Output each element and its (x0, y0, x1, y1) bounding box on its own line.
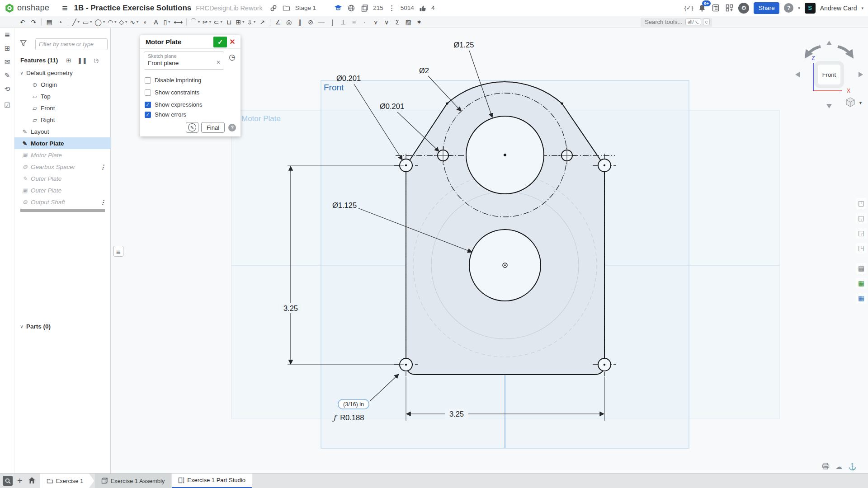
public-icon[interactable] (347, 4, 356, 13)
feature-item-right-plane[interactable]: Right (14, 114, 111, 126)
curvature-comb-tool[interactable]: ✶ (414, 17, 425, 27)
view-menu-cube-icon[interactable] (846, 98, 854, 107)
isolate-icon[interactable]: ◰ (856, 198, 867, 209)
feature-item-output-shaft[interactable]: Output Shaft ⋮ (14, 196, 111, 208)
printer-icon[interactable] (822, 463, 830, 471)
view-menu-caret-icon[interactable]: ▼ (859, 101, 863, 105)
parts-header[interactable]: ∨ Parts (0) (14, 323, 51, 330)
feature-item-outer-plate-sketch[interactable]: Outer Plate (14, 173, 111, 184)
configurations-icon[interactable]: ≣ (0, 28, 14, 42)
filter-icon[interactable] (20, 40, 27, 48)
dimension-tool[interactable]: ⟷ (172, 17, 184, 27)
checkbox-icon[interactable] (145, 77, 151, 84)
arc-tool[interactable]: ◠ (106, 17, 118, 27)
line-tool[interactable]: ╱ (71, 17, 81, 27)
trim-tool[interactable]: ✂ (201, 17, 212, 27)
help-icon[interactable]: ? (784, 3, 793, 13)
option-show-errors[interactable]: Show errors (145, 111, 186, 118)
view-cube-face-label[interactable]: Front (822, 71, 836, 78)
dialog-header[interactable]: Motor Plate ✓ ✕ (140, 35, 241, 49)
concentric-constraint[interactable]: ◎ (283, 17, 294, 27)
dimension-fillet[interactable]: ƒ R0.188 (332, 413, 364, 422)
tab-exercise-1[interactable]: Exercise 1 (40, 474, 94, 488)
history-icon[interactable]: ⟲ (0, 82, 14, 96)
measure-tool[interactable]: ↗ (257, 17, 268, 27)
sketch-plane-label[interactable]: Motor Plate (241, 114, 281, 123)
anchor-icon[interactable]: ⚓ (848, 463, 857, 471)
section-view-icon[interactable]: ◱ (856, 213, 867, 224)
suspend-icon[interactable]: ❚❚ (77, 57, 87, 64)
rectangle-tool[interactable]: ▭ (81, 17, 93, 27)
learning-icon[interactable] (334, 4, 343, 13)
thumbs-up-icon[interactable] (418, 4, 427, 13)
avatar[interactable]: S (805, 3, 816, 14)
dimension-bc-hole[interactable]: Ø0.201 (380, 102, 404, 110)
feature-item-front-plane[interactable]: Front (14, 102, 111, 114)
notes-icon[interactable]: ✎ (0, 69, 14, 82)
folder-icon[interactable] (282, 4, 291, 13)
user-menu-caret-icon[interactable]: ▾ (861, 6, 863, 10)
circle-tool[interactable]: ◯ (93, 17, 106, 27)
confirm-button[interactable]: ✓ (213, 37, 227, 47)
feature-item-default-geometry[interactable]: ∨ Default geometry (14, 67, 111, 79)
user-name[interactable]: Andrew Card (820, 5, 857, 12)
sketch-plane-field[interactable]: Sketch plane Front plane ✕ (144, 52, 224, 70)
vertex-point[interactable] (446, 102, 448, 104)
share-button[interactable]: Share (754, 2, 779, 14)
dimension-height[interactable]: 3.25 (283, 304, 298, 312)
feature-item-top-plane[interactable]: Top (14, 90, 111, 102)
checkbox-icon[interactable] (145, 102, 151, 108)
tab-search-button[interactable] (3, 476, 13, 486)
rotate-right-arrow[interactable] (859, 72, 863, 77)
add-folder-icon[interactable]: ⊞ (66, 57, 71, 64)
parallel-constraint[interactable]: ∥ (294, 17, 305, 27)
link-icon[interactable] (269, 4, 278, 13)
polygon-tool[interactable]: ◇ (118, 17, 128, 27)
home-tab-button[interactable] (28, 477, 36, 485)
insert-icon[interactable]: ⊞ (0, 42, 14, 55)
dimension-width[interactable]: 3.25 (449, 410, 464, 418)
sketch-mode-button[interactable]: ✎ (186, 122, 198, 133)
dimension-center-hole[interactable]: Ø1.125 (332, 201, 357, 209)
add-tab-button[interactable]: + (17, 476, 23, 486)
feature-list-popout-button[interactable]: ≣ (113, 246, 123, 257)
extrude-tool[interactable]: ◔ (55, 17, 66, 27)
tasks-icon[interactable] (711, 4, 720, 13)
pattern-tool[interactable]: ⊞ (235, 17, 246, 27)
tab-exercise-1-assembly[interactable]: Exercise 1 Assembly (95, 474, 171, 488)
option-show-expressions[interactable]: Show expressions (145, 101, 203, 108)
redo-button[interactable]: ↷ (28, 17, 39, 27)
feature-item-layout[interactable]: Layout (14, 126, 111, 137)
copies-icon[interactable] (360, 4, 369, 13)
display-states-icon[interactable]: ◳ (856, 243, 867, 253)
option-show-constraints[interactable]: Show constraints (145, 89, 199, 96)
cloud-icon[interactable]: ☁ (835, 463, 842, 471)
tool-search-input[interactable] (645, 19, 684, 25)
spline-tool[interactable]: ∿ (128, 17, 140, 27)
midpoint-constraint[interactable]: ∙ (359, 17, 370, 27)
feature-state-icon[interactable]: ◷ (229, 52, 236, 62)
feature-menu-icon[interactable]: ⋮ (100, 164, 105, 170)
fix-constraint[interactable]: ▨ (403, 17, 414, 27)
point-tool[interactable]: ∘ (140, 17, 151, 27)
equal-constraint[interactable]: = (349, 17, 359, 27)
horizontal-constraint[interactable]: — (316, 17, 327, 27)
constraints-display-tool[interactable]: Σ (392, 17, 403, 27)
front-plane-label[interactable]: Front (324, 83, 344, 92)
curvature-constraint[interactable]: ∨ (381, 17, 392, 27)
feature-item-gearbox-spacer[interactable]: Gearbox Spacer ⋮ (14, 161, 111, 173)
import-dxf-tool[interactable]: ⇩ (245, 17, 257, 27)
feature-item-origin[interactable]: Origin (14, 79, 111, 90)
ai-advisor-icon[interactable]: ⚙ (738, 3, 749, 14)
rollback-bar[interactable] (20, 209, 105, 212)
final-button[interactable]: Final (201, 122, 225, 133)
dimension-corner-hole[interactable]: Ø0.201 (336, 74, 361, 82)
view-cube[interactable]: Front Z X ▼ (793, 38, 867, 112)
filter-input[interactable] (35, 38, 108, 50)
rotate-cw-arrow[interactable] (838, 47, 852, 56)
fillet-tool[interactable]: ⌒ (189, 17, 201, 27)
explode-view-icon[interactable]: ◲ (856, 228, 867, 239)
comments-icon[interactable]: ✉ (0, 55, 14, 69)
dimension-bolt-circle[interactable]: Ø2 (419, 66, 429, 75)
tool-search[interactable]: alt/⌥ c (641, 18, 712, 27)
